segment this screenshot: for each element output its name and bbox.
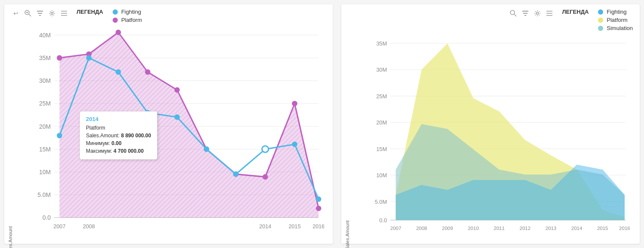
tooltip-min: Минимум: 0.00	[86, 139, 151, 147]
right-chart-body: Sales.Amount 35M 30M 25M 20M 15M 10M 5.0…	[341, 31, 640, 248]
svg-point-63	[537, 12, 539, 15]
svg-point-56	[292, 142, 297, 147]
right-chart-panel: ЛЕГЕНДА Fighting Platform Simulation	[341, 4, 640, 244]
svg-point-40	[116, 30, 121, 35]
svg-text:5.0M: 5.0M	[374, 199, 386, 205]
svg-rect-6	[39, 15, 41, 16]
zoom-icon[interactable]	[23, 9, 33, 18]
svg-text:2008: 2008	[83, 224, 95, 230]
svg-point-58	[510, 10, 515, 15]
svg-text:30M: 30M	[39, 77, 51, 84]
left-chart-panel: ↩ ЛЕГЕНДА	[4, 4, 333, 244]
svg-point-47	[316, 206, 322, 211]
svg-text:2012: 2012	[519, 226, 531, 231]
svg-rect-4	[37, 11, 43, 12]
right-legend-item-platform: Platform	[598, 17, 633, 23]
right-y-axis-label: Sales.Amount	[345, 31, 350, 248]
svg-text:35M: 35M	[376, 40, 387, 47]
svg-text:0.0: 0.0	[43, 214, 51, 221]
svg-line-1	[29, 14, 31, 16]
svg-point-50	[116, 69, 121, 75]
svg-rect-5	[38, 13, 42, 14]
svg-point-41	[145, 69, 150, 75]
svg-point-46	[292, 101, 297, 106]
svg-point-57	[316, 197, 322, 202]
left-legend: ЛЕГЕНДА Fighting Platform	[72, 9, 142, 23]
svg-rect-61	[523, 13, 527, 14]
svg-text:5.0M: 5.0M	[37, 191, 51, 198]
right-platform-label: Platform	[607, 17, 627, 23]
svg-text:2016: 2016	[619, 226, 630, 231]
right-legend-item-fighting: Fighting	[598, 9, 633, 15]
svg-text:2010: 2010	[468, 226, 479, 231]
left-legend-title: ЛЕГЕНДА	[77, 9, 103, 15]
right-simulation-dot	[598, 26, 603, 31]
svg-text:40M: 40M	[39, 32, 51, 39]
tooltip-max: Максимум: 4 700 000.00	[86, 147, 151, 155]
svg-text:25M: 25M	[376, 93, 387, 100]
legend-item-fighting: Fighting	[113, 9, 142, 15]
charts-container: ↩ ЛЕГЕНДА	[0, 0, 644, 248]
platform-dot	[113, 18, 118, 23]
tooltip-amount: Sales.Amount: 8 890 000.00	[86, 132, 151, 139]
filter-icon[interactable]	[35, 9, 45, 18]
right-legend-title: ЛЕГЕНДА	[562, 9, 589, 15]
platform-label: Platform	[121, 17, 142, 23]
right-settings-icon[interactable]	[533, 9, 542, 18]
svg-text:2014: 2014	[571, 226, 583, 231]
svg-point-42	[175, 87, 180, 93]
fighting-dot	[113, 9, 118, 15]
svg-text:10M: 10M	[376, 172, 387, 178]
right-fighting-label: Fighting	[607, 9, 626, 15]
svg-text:30M: 30M	[376, 67, 387, 73]
svg-point-55	[262, 146, 268, 152]
fighting-label: Fighting	[121, 9, 141, 15]
svg-text:2007: 2007	[53, 224, 65, 230]
svg-text:2013: 2013	[545, 226, 556, 231]
svg-text:35M: 35M	[39, 54, 51, 61]
left-chart-svg: 40M 35M 30M 25M 20M 15M 10M 5.0M 0.0	[30, 27, 324, 248]
tooltip-category: Platform	[86, 124, 151, 132]
svg-text:10M: 10M	[39, 169, 51, 175]
left-y-axis-label: Sales.Amount	[8, 23, 13, 248]
svg-rect-60	[522, 11, 528, 12]
right-header: ЛЕГЕНДА Fighting Platform Simulation	[341, 4, 640, 31]
right-zoom-icon[interactable]	[509, 9, 518, 18]
svg-text:2011: 2011	[494, 226, 505, 231]
svg-text:20M: 20M	[39, 123, 51, 130]
tooltip-year: 2014	[86, 116, 151, 122]
settings-icon[interactable]	[47, 9, 57, 18]
svg-point-38	[57, 55, 62, 61]
left-legend-items: Fighting Platform	[113, 9, 142, 23]
right-legend-items: Fighting Platform Simulation	[598, 9, 633, 31]
svg-text:2015: 2015	[288, 224, 301, 230]
svg-point-49	[86, 55, 92, 61]
svg-text:25M: 25M	[39, 100, 51, 107]
svg-text:2009: 2009	[442, 226, 453, 231]
chart-tooltip: 2014 Platform Sales.Amount: 8 890 000.00…	[80, 111, 157, 160]
left-chart-body: Sales.Amount 40M 35M 30M 25M 20M 15M 10M…	[4, 23, 333, 248]
svg-text:15M: 15M	[39, 146, 51, 153]
svg-text:2007: 2007	[390, 226, 401, 231]
svg-point-48	[57, 133, 62, 139]
svg-point-53	[204, 146, 209, 152]
svg-text:2015: 2015	[597, 226, 608, 231]
svg-point-52	[175, 115, 180, 120]
right-chart-svg: 35M 30M 25M 20M 15M 10M 5.0M 0.0	[367, 36, 631, 248]
legend-item-platform: Platform	[113, 17, 142, 23]
svg-text:15M: 15M	[376, 146, 387, 152]
svg-text:0.0: 0.0	[379, 217, 387, 224]
right-fighting-dot	[598, 9, 603, 15]
svg-point-7	[51, 12, 53, 15]
svg-text:2008: 2008	[416, 226, 427, 231]
svg-point-54	[233, 172, 239, 177]
svg-text:2014: 2014	[259, 224, 271, 230]
right-menu-icon[interactable]	[545, 9, 554, 18]
right-legend-item-simulation: Simulation	[598, 25, 633, 31]
menu-icon[interactable]	[59, 9, 69, 18]
svg-text:20M: 20M	[376, 119, 387, 126]
right-toolbar	[509, 9, 554, 18]
right-simulation-label: Simulation	[607, 25, 633, 31]
undo-icon[interactable]: ↩	[11, 9, 21, 18]
right-filter-icon[interactable]	[521, 9, 530, 18]
